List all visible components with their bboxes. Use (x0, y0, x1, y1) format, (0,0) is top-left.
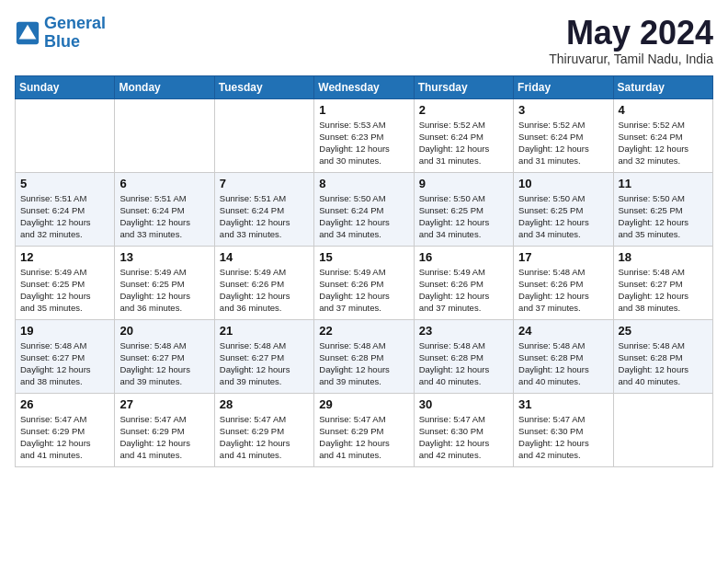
calendar-cell: 31Sunrise: 5:47 AMSunset: 6:30 PMDayligh… (514, 393, 613, 466)
day-number: 3 (518, 103, 608, 117)
day-number: 4 (619, 103, 708, 117)
day-header-tuesday: Tuesday (214, 75, 313, 98)
day-number: 25 (619, 324, 708, 338)
day-number: 12 (20, 250, 109, 264)
day-number: 17 (518, 250, 608, 264)
day-info: Sunrise: 5:53 AMSunset: 6:23 PMDaylight:… (319, 119, 408, 167)
calendar-header-row: SundayMondayTuesdayWednesdayThursdayFrid… (16, 75, 713, 98)
day-number: 19 (20, 324, 109, 338)
week-row-3: 12Sunrise: 5:49 AMSunset: 6:25 PMDayligh… (16, 246, 713, 319)
day-number: 20 (119, 324, 209, 338)
day-info: Sunrise: 5:49 AMSunset: 6:25 PMDaylight:… (119, 266, 209, 315)
day-info: Sunrise: 5:48 AMSunset: 6:27 PMDaylight:… (619, 266, 708, 315)
day-number: 16 (419, 250, 508, 264)
logo: General Blue (15, 15, 106, 52)
day-number: 30 (419, 397, 508, 411)
calendar-cell: 11Sunrise: 5:50 AMSunset: 6:25 PMDayligh… (613, 172, 712, 246)
day-number: 24 (518, 324, 608, 338)
calendar-cell: 15Sunrise: 5:49 AMSunset: 6:26 PMDayligh… (314, 246, 414, 319)
day-info: Sunrise: 5:50 AMSunset: 6:25 PMDaylight:… (518, 192, 608, 241)
day-number: 10 (518, 177, 608, 190)
calendar-cell: 1Sunrise: 5:53 AMSunset: 6:23 PMDaylight… (314, 98, 414, 172)
day-info: Sunrise: 5:49 AMSunset: 6:26 PMDaylight:… (319, 266, 408, 315)
calendar-cell: 14Sunrise: 5:49 AMSunset: 6:26 PMDayligh… (214, 246, 313, 319)
page-header: General Blue May 2024 Thiruvarur, Tamil … (15, 15, 713, 66)
day-header-monday: Monday (115, 75, 214, 98)
day-info: Sunrise: 5:51 AMSunset: 6:24 PMDaylight:… (220, 192, 309, 241)
day-info: Sunrise: 5:50 AMSunset: 6:25 PMDaylight:… (619, 192, 708, 241)
day-number: 28 (220, 397, 309, 411)
day-info: Sunrise: 5:49 AMSunset: 6:26 PMDaylight:… (220, 266, 309, 315)
day-info: Sunrise: 5:47 AMSunset: 6:29 PMDaylight:… (119, 413, 209, 462)
calendar-table: SundayMondayTuesdayWednesdayThursdayFrid… (15, 75, 713, 467)
day-number: 6 (119, 177, 209, 190)
week-row-5: 26Sunrise: 5:47 AMSunset: 6:29 PMDayligh… (16, 393, 713, 466)
day-number: 23 (419, 324, 508, 338)
calendar-cell: 12Sunrise: 5:49 AMSunset: 6:25 PMDayligh… (16, 246, 115, 319)
day-info: Sunrise: 5:48 AMSunset: 6:28 PMDaylight:… (419, 339, 508, 388)
calendar-cell: 3Sunrise: 5:52 AMSunset: 6:24 PMDaylight… (514, 98, 613, 172)
calendar-cell: 25Sunrise: 5:48 AMSunset: 6:28 PMDayligh… (613, 319, 712, 393)
calendar-cell: 9Sunrise: 5:50 AMSunset: 6:25 PMDaylight… (414, 172, 513, 246)
day-info: Sunrise: 5:50 AMSunset: 6:24 PMDaylight:… (319, 192, 408, 241)
calendar-cell: 7Sunrise: 5:51 AMSunset: 6:24 PMDaylight… (214, 172, 313, 246)
calendar-cell: 6Sunrise: 5:51 AMSunset: 6:24 PMDaylight… (115, 172, 214, 246)
day-header-thursday: Thursday (414, 75, 513, 98)
day-number: 26 (20, 397, 109, 411)
calendar-cell: 26Sunrise: 5:47 AMSunset: 6:29 PMDayligh… (16, 393, 115, 466)
calendar-cell: 16Sunrise: 5:49 AMSunset: 6:26 PMDayligh… (414, 246, 513, 319)
calendar-cell: 27Sunrise: 5:47 AMSunset: 6:29 PMDayligh… (115, 393, 214, 466)
day-header-friday: Friday (514, 75, 613, 98)
day-info: Sunrise: 5:47 AMSunset: 6:29 PMDaylight:… (20, 413, 109, 462)
day-number: 31 (518, 397, 608, 411)
day-number: 11 (619, 177, 708, 190)
logo-line2: Blue (44, 32, 80, 51)
logo-line1: General (44, 14, 106, 32)
day-info: Sunrise: 5:48 AMSunset: 6:27 PMDaylight:… (220, 339, 309, 388)
week-row-1: 1Sunrise: 5:53 AMSunset: 6:23 PMDaylight… (16, 98, 713, 172)
logo-icon (15, 20, 40, 46)
calendar-cell: 21Sunrise: 5:48 AMSunset: 6:27 PMDayligh… (214, 319, 313, 393)
day-number: 2 (419, 103, 508, 117)
day-number: 21 (220, 324, 309, 338)
day-number: 15 (319, 250, 408, 264)
day-info: Sunrise: 5:48 AMSunset: 6:27 PMDaylight:… (20, 339, 109, 388)
week-row-4: 19Sunrise: 5:48 AMSunset: 6:27 PMDayligh… (16, 319, 713, 393)
day-info: Sunrise: 5:51 AMSunset: 6:24 PMDaylight:… (119, 192, 209, 241)
calendar-cell: 20Sunrise: 5:48 AMSunset: 6:27 PMDayligh… (115, 319, 214, 393)
day-info: Sunrise: 5:52 AMSunset: 6:24 PMDaylight:… (619, 119, 708, 167)
day-info: Sunrise: 5:48 AMSunset: 6:28 PMDaylight:… (518, 339, 608, 388)
day-info: Sunrise: 5:52 AMSunset: 6:24 PMDaylight:… (518, 119, 608, 167)
day-info: Sunrise: 5:47 AMSunset: 6:30 PMDaylight:… (419, 413, 508, 462)
day-number: 14 (220, 250, 309, 264)
day-number: 5 (20, 177, 109, 190)
calendar-cell: 19Sunrise: 5:48 AMSunset: 6:27 PMDayligh… (16, 319, 115, 393)
day-info: Sunrise: 5:50 AMSunset: 6:25 PMDaylight:… (419, 192, 508, 241)
day-number: 29 (319, 397, 408, 411)
calendar-cell: 13Sunrise: 5:49 AMSunset: 6:25 PMDayligh… (115, 246, 214, 319)
day-number: 8 (319, 177, 408, 190)
day-header-sunday: Sunday (16, 75, 115, 98)
week-row-2: 5Sunrise: 5:51 AMSunset: 6:24 PMDaylight… (16, 172, 713, 246)
calendar-cell: 18Sunrise: 5:48 AMSunset: 6:27 PMDayligh… (613, 246, 712, 319)
day-info: Sunrise: 5:47 AMSunset: 6:29 PMDaylight:… (220, 413, 309, 462)
day-info: Sunrise: 5:52 AMSunset: 6:24 PMDaylight:… (419, 119, 508, 167)
day-number: 22 (319, 324, 408, 338)
logo-text: General Blue (44, 15, 106, 52)
day-info: Sunrise: 5:47 AMSunset: 6:29 PMDaylight:… (319, 413, 408, 462)
calendar-cell (16, 98, 115, 172)
calendar-cell: 28Sunrise: 5:47 AMSunset: 6:29 PMDayligh… (214, 393, 313, 466)
day-info: Sunrise: 5:48 AMSunset: 6:27 PMDaylight:… (119, 339, 209, 388)
calendar-cell (613, 393, 712, 466)
calendar-cell (214, 98, 313, 172)
day-number: 9 (419, 177, 508, 190)
calendar-cell: 2Sunrise: 5:52 AMSunset: 6:24 PMDaylight… (414, 98, 513, 172)
day-number: 27 (119, 397, 209, 411)
day-info: Sunrise: 5:48 AMSunset: 6:28 PMDaylight:… (319, 339, 408, 388)
day-number: 7 (220, 177, 309, 190)
calendar-cell: 4Sunrise: 5:52 AMSunset: 6:24 PMDaylight… (613, 98, 712, 172)
location: Thiruvarur, Tamil Nadu, India (549, 52, 713, 66)
month-title: May 2024 (549, 15, 713, 52)
calendar-cell: 17Sunrise: 5:48 AMSunset: 6:26 PMDayligh… (514, 246, 613, 319)
calendar-cell (115, 98, 214, 172)
